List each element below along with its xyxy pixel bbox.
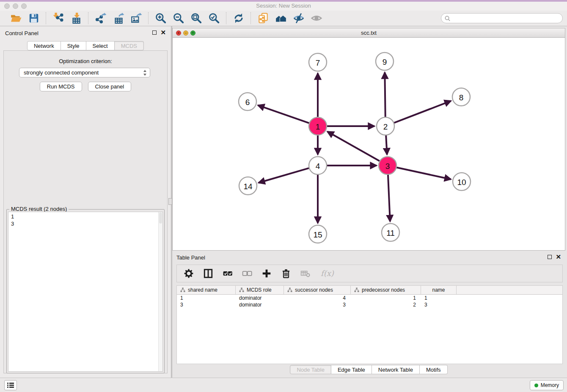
table-cell: 3 [177, 301, 236, 308]
tab-style[interactable]: Style [61, 41, 86, 50]
graph-node-15[interactable]: 15 [309, 225, 327, 243]
svg-text:6: 6 [245, 98, 250, 107]
graph-node-2[interactable]: 2 [377, 117, 394, 135]
tab-network[interactable]: Network [27, 41, 61, 50]
save-icon[interactable] [27, 11, 41, 25]
tab-network-table[interactable]: Network Table [372, 365, 420, 374]
graph-node-4[interactable]: 4 [309, 157, 327, 174]
graph-node-9[interactable]: 9 [376, 52, 394, 70]
control-panel-tabs: NetworkStyleSelectMCDS [0, 41, 171, 50]
column-header-name[interactable]: name [421, 286, 457, 294]
graph-edge-1-6[interactable] [258, 105, 311, 124]
network-canvas[interactable]: 7968124314101511 [173, 38, 565, 250]
split-panel-icon[interactable] [203, 268, 213, 279]
tab-select[interactable]: Select [86, 41, 115, 50]
export-network-icon[interactable] [94, 11, 107, 25]
table-cell: dominator [236, 301, 284, 308]
open-file-icon[interactable] [9, 11, 23, 25]
tab-motifs[interactable]: Motifs [420, 365, 448, 374]
search-container [441, 13, 563, 23]
graph-edge-3-1[interactable] [328, 132, 381, 162]
graph-edge-2-8[interactable] [393, 101, 451, 123]
task-history-button[interactable] [4, 380, 17, 390]
plus-icon[interactable] [261, 268, 272, 279]
graph-node-6[interactable]: 6 [239, 93, 256, 110]
graph-edge-3-10[interactable] [396, 167, 451, 179]
criterion-dropdown-value: strongly connected component [24, 69, 99, 76]
run-mcds-button[interactable]: Run MCDS [40, 82, 82, 91]
mcds-result-textarea[interactable]: 13 [8, 212, 163, 372]
memory-status-icon [534, 384, 538, 387]
close-table-panel-icon[interactable]: ✕ [556, 254, 561, 259]
svg-text:11: 11 [386, 229, 395, 237]
zoom-selected-icon[interactable] [207, 11, 221, 25]
graph-edge-4-14[interactable] [259, 168, 310, 182]
column-header-label: name [432, 287, 445, 293]
table-panel: Table Panel ✕ f(x) shared nameMCDS roles… [172, 252, 565, 376]
graph-node-7[interactable]: 7 [309, 53, 327, 71]
refresh-icon[interactable] [232, 11, 245, 25]
column-header-predecessor-nodes[interactable]: predecessor nodes [351, 286, 421, 294]
table-cell: 4 [284, 295, 351, 301]
graph-node-14[interactable]: 14 [239, 177, 257, 195]
table-cell: 1 [351, 295, 421, 301]
memory-button[interactable]: Memory [530, 380, 564, 390]
trash-icon[interactable] [281, 268, 291, 279]
graph-node-10[interactable]: 10 [453, 173, 471, 190]
houses-icon[interactable] [274, 11, 288, 25]
panel-divider-handle[interactable] [168, 198, 172, 205]
tab-node-table[interactable]: Node Table [290, 365, 331, 374]
column-header-label: predecessor nodes [362, 287, 405, 293]
table-cell: 2 [351, 301, 421, 308]
close-panel-icon[interactable]: ✕ [160, 30, 166, 35]
export-table-icon[interactable] [112, 11, 125, 25]
graph-node-8[interactable]: 8 [452, 88, 470, 106]
import-network-icon[interactable] [52, 11, 65, 25]
float-panel-icon[interactable] [152, 30, 157, 35]
dropdown-stepper-icon [143, 69, 147, 76]
graph-edge-2-9[interactable] [385, 72, 385, 118]
criterion-dropdown[interactable]: strongly connected component [19, 68, 150, 77]
table-cell: 3 [284, 301, 351, 308]
table-row[interactable]: 1dominator411 [177, 295, 562, 301]
tab-edge-table[interactable]: Edge Table [331, 365, 372, 374]
column-header-successor-nodes[interactable]: successor nodes [284, 286, 351, 294]
titlebar-accent [0, 0, 567, 2]
zoom-in-icon[interactable] [154, 11, 168, 25]
unchecked-boxes-icon[interactable] [242, 268, 252, 279]
control-panel: Control Panel ✕ NetworkStyleSelectMCDS O… [0, 26, 171, 378]
table-row[interactable]: 3dominator323 [177, 301, 562, 308]
search-icon [444, 15, 451, 22]
pages-share-icon[interactable] [256, 11, 270, 25]
column-header-mcds-role[interactable]: MCDS role [236, 286, 284, 294]
graph-edge-3-11[interactable] [388, 174, 390, 221]
control-panel-header: Control Panel ✕ [0, 30, 171, 38]
export-image-icon[interactable] [129, 11, 143, 25]
column-header-shared-name[interactable]: shared name [177, 286, 236, 294]
import-table-icon[interactable] [69, 11, 83, 25]
table-cell: 1 [177, 295, 236, 301]
window-title: Session: New Session [0, 3, 567, 9]
optimization-criterion-label: Optimization criterion: [4, 58, 167, 64]
network-window-titlebar[interactable]: × − + scc.txt [173, 28, 565, 38]
graph-edge-2-3[interactable] [386, 134, 387, 155]
search-input[interactable] [441, 13, 563, 23]
tab-mcds[interactable]: MCDS [115, 41, 144, 50]
graph-node-3[interactable]: 3 [379, 157, 396, 174]
checked-boxes-icon[interactable] [223, 268, 233, 279]
eye-icon[interactable] [310, 11, 323, 25]
graph-node-1[interactable]: 1 [309, 117, 327, 135]
mcds-result-group: MCDS result (2 nodes) 13 [6, 209, 165, 373]
half-eye-icon[interactable] [292, 11, 306, 25]
gear-icon[interactable] [184, 268, 194, 279]
close-panel-button[interactable]: Close panel [88, 82, 132, 91]
graph-node-11[interactable]: 11 [382, 224, 399, 241]
svg-text:1: 1 [316, 122, 320, 131]
float-table-panel-icon[interactable] [548, 255, 552, 259]
column-header-label: MCDS role [247, 287, 272, 293]
control-panel-title: Control Panel [5, 30, 39, 36]
result-scrollbar[interactable] [158, 212, 162, 371]
zoom-out-icon[interactable] [172, 11, 185, 25]
window-titlebar: Session: New Session [0, 0, 567, 11]
zoom-fit-icon[interactable] [190, 11, 203, 25]
